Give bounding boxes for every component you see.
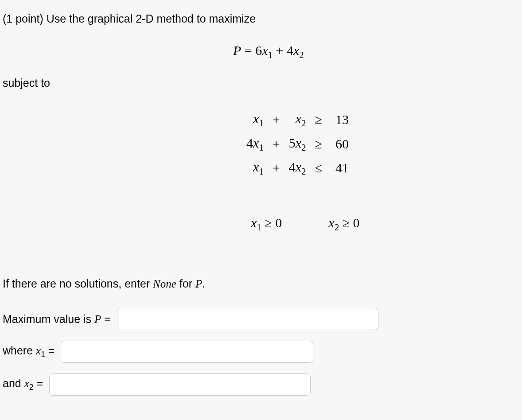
objective-function: P = 6x1 + 4x2: [3, 43, 519, 61]
x2-label: and x2 =: [3, 377, 43, 392]
x2-input[interactable]: [49, 373, 311, 396]
nonneg-x1: x1 ≥ 0: [251, 215, 282, 230]
x1-label: where x1 =: [3, 344, 55, 359]
subject-to-label: subject to: [3, 77, 519, 89]
max-value-label: Maximum value is P =: [3, 313, 111, 326]
max-value-input[interactable]: [117, 308, 378, 330]
answer-row-x1: where x1 =: [3, 341, 519, 363]
problem-prompt: (1 point) Use the graphical 2-D method t…: [3, 12, 519, 25]
answer-row-x2: and x2 =: [3, 373, 519, 396]
constraint-row: x1+x2≥13: [242, 107, 353, 132]
constraints-block: x1+x2≥134x1+5x2≥60x1+4x2≤41: [3, 107, 519, 180]
constraints-table: x1+x2≥134x1+5x2≥60x1+4x2≤41: [242, 107, 353, 180]
answer-row-p: Maximum value is P =: [3, 308, 519, 330]
x1-input[interactable]: [61, 341, 313, 363]
none-instruction: If there are no solutions, enter None fo…: [3, 277, 519, 290]
nonneg-x2: x2 ≥ 0: [328, 215, 359, 230]
problem-page: { "prompt_line": "(1 point) Use the grap…: [0, 0, 522, 420]
nonnegativity-constraints: x1 ≥ 0 x2 ≥ 0: [3, 215, 519, 233]
constraint-row: x1+4x2≤41: [242, 156, 353, 180]
constraint-row: 4x1+5x2≥60: [242, 132, 353, 156]
